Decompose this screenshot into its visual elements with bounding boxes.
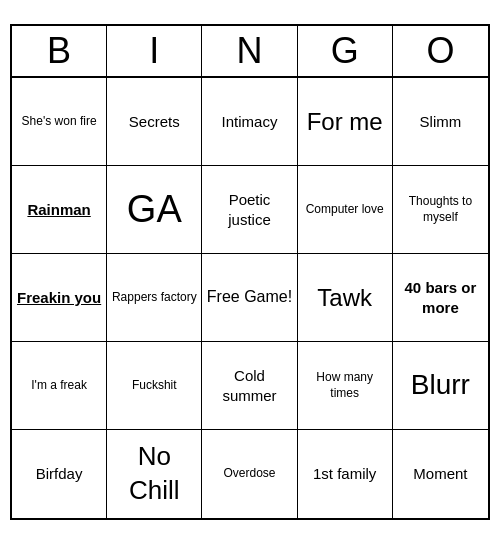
bingo-cell: Rappers factory: [107, 254, 202, 342]
bingo-cell: 1st family: [298, 430, 393, 518]
bingo-cell: GA: [107, 166, 202, 254]
header-letter: N: [202, 26, 297, 76]
bingo-cell: Slimm: [393, 78, 488, 166]
bingo-cell: Overdose: [202, 430, 297, 518]
header-letter: B: [12, 26, 107, 76]
bingo-cell: Freakin you: [12, 254, 107, 342]
bingo-cell: Secrets: [107, 78, 202, 166]
bingo-cell: Moment: [393, 430, 488, 518]
bingo-cell: Poetic justice: [202, 166, 297, 254]
bingo-grid: She's won fireSecretsIntimacyFor meSlimm…: [12, 78, 488, 518]
bingo-cell: Fuckshit: [107, 342, 202, 430]
bingo-card: BINGO She's won fireSecretsIntimacyFor m…: [10, 24, 490, 520]
header-letter: G: [298, 26, 393, 76]
bingo-cell: Thoughts to myself: [393, 166, 488, 254]
bingo-cell: Free Game!: [202, 254, 297, 342]
header-letter: I: [107, 26, 202, 76]
bingo-cell: For me: [298, 78, 393, 166]
bingo-cell: Blurr: [393, 342, 488, 430]
bingo-cell: I'm a freak: [12, 342, 107, 430]
header-letter: O: [393, 26, 488, 76]
bingo-cell: She's won fire: [12, 78, 107, 166]
bingo-cell: 40 bars or more: [393, 254, 488, 342]
bingo-cell: How many times: [298, 342, 393, 430]
bingo-cell: Tawk: [298, 254, 393, 342]
bingo-cell: Intimacy: [202, 78, 297, 166]
bingo-cell: Cold summer: [202, 342, 297, 430]
bingo-cell: Rainman: [12, 166, 107, 254]
bingo-header: BINGO: [12, 26, 488, 78]
bingo-cell: Computer love: [298, 166, 393, 254]
bingo-cell: No Chill: [107, 430, 202, 518]
bingo-cell: Birfday: [12, 430, 107, 518]
